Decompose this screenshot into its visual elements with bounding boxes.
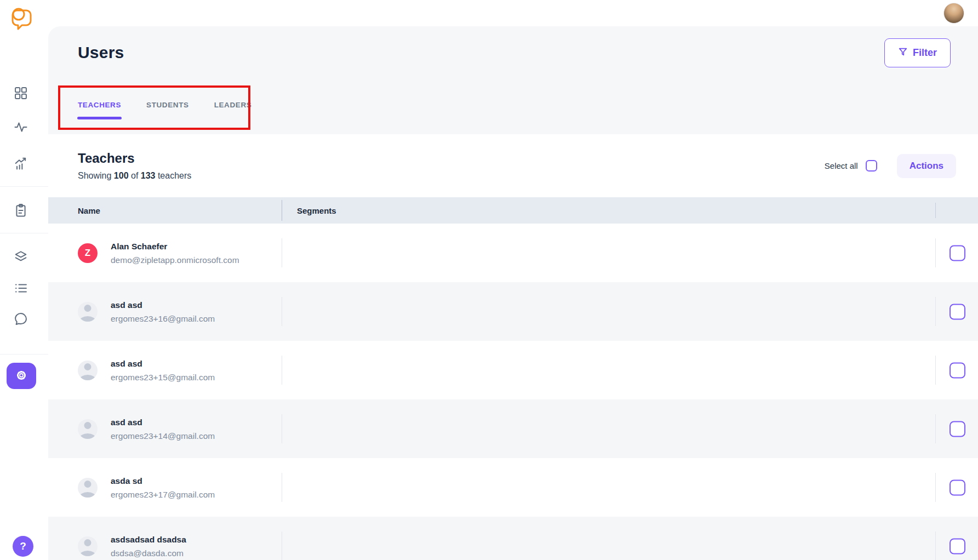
topbar <box>48 0 978 26</box>
filter-button-label: Filter <box>913 47 937 59</box>
table-header: Name Segments <box>48 197 978 224</box>
tab-students[interactable]: STUDENTS <box>146 101 189 109</box>
selection-controls: Select all Actions <box>825 154 956 178</box>
row-checkbox[interactable] <box>950 538 965 554</box>
app-window: ? Users Filter TEACHERS <box>0 0 978 560</box>
column-header-segments: Segments <box>297 206 336 215</box>
user-info: asd asd ergomes23+15@gmail.com <box>111 358 215 382</box>
select-all-checkbox[interactable] <box>866 160 877 172</box>
cell-divider <box>935 473 936 502</box>
row-checkbox[interactable] <box>950 479 965 495</box>
cell-divider <box>282 473 282 502</box>
tab-teachers[interactable]: TEACHERS <box>78 101 121 109</box>
lists-icon[interactable] <box>13 281 28 296</box>
cell-divider <box>935 238 936 267</box>
question-mark-icon: ? <box>20 540 26 552</box>
cell-divider <box>282 414 282 443</box>
page-header: Users Filter <box>48 26 978 79</box>
cell-divider <box>282 532 282 560</box>
avatar-placeholder-icon <box>78 478 98 498</box>
chat-icon[interactable] <box>13 311 28 327</box>
settings-button[interactable] <box>7 363 36 389</box>
help-button[interactable]: ? <box>13 536 33 557</box>
section-title: Teachers <box>78 151 191 166</box>
filter-button[interactable]: Filter <box>884 38 951 67</box>
row-checkbox[interactable] <box>950 304 965 319</box>
sidebar: ? <box>0 0 48 560</box>
table-row[interactable]: asd asd ergomes23+15@gmail.com <box>48 341 978 399</box>
user-email: ergomes23+15@gmail.com <box>111 372 215 382</box>
user-email: ergomes23+14@gmail.com <box>111 431 215 441</box>
avatar-placeholder-icon <box>78 536 98 556</box>
user-name: asd asd <box>111 417 215 427</box>
analytics-icon[interactable] <box>13 156 28 171</box>
assignments-icon[interactable] <box>13 203 28 218</box>
column-header-name: Name <box>78 206 100 215</box>
user-info: asd asd ergomes23+14@gmail.com <box>111 417 215 441</box>
select-all-label: Select all <box>825 161 858 170</box>
cell-divider <box>935 356 936 385</box>
user-name: asd asd <box>111 358 215 368</box>
row-checkbox[interactable] <box>950 245 965 261</box>
avatar: Z <box>78 243 98 263</box>
row-checkbox[interactable] <box>950 421 965 437</box>
avatar-placeholder-icon <box>78 419 98 439</box>
table-row[interactable]: asda sd ergomes23+17@gmail.com <box>48 458 978 517</box>
table-row[interactable]: asd asd ergomes23+16@gmail.com <box>48 282 978 341</box>
ziplet-logo <box>9 5 34 31</box>
main-area: Users Filter TEACHERS STUDENTS LEADERS <box>48 0 978 560</box>
avatar-placeholder-icon <box>78 361 98 380</box>
column-divider <box>282 200 282 221</box>
cell-divider <box>935 532 936 560</box>
user-info: asdsadsad dsadsa dsdsa@dasda.com <box>111 534 186 558</box>
cell-divider <box>282 356 282 385</box>
tab-bar: TEACHERS STUDENTS LEADERS <box>48 79 978 130</box>
cell-divider <box>282 238 282 267</box>
column-divider <box>935 203 936 218</box>
user-email: dsdsa@dasda.com <box>111 548 186 558</box>
activity-icon[interactable] <box>13 119 28 135</box>
user-info: asda sd ergomes23+17@gmail.com <box>111 476 215 499</box>
user-name: asd asd <box>111 300 215 310</box>
content-area: Users Filter TEACHERS STUDENTS LEADERS <box>48 26 978 560</box>
cell-divider <box>282 297 282 326</box>
showing-count-text: Showing 100 of 133 teachers <box>78 171 191 181</box>
cell-divider <box>935 297 936 326</box>
user-name: asda sd <box>111 476 215 485</box>
user-info: Alan Schaefer demo@zipletapp.onmicrosoft… <box>111 241 239 265</box>
user-name: Alan Schaefer <box>111 241 239 251</box>
sidebar-divider <box>0 354 48 355</box>
sidebar-divider <box>0 233 48 233</box>
user-email: ergomes23+17@gmail.com <box>111 489 215 499</box>
user-email: ergomes23+16@gmail.com <box>111 313 215 323</box>
dashboard-icon[interactable] <box>13 85 28 101</box>
user-email: demo@zipletapp.onmicrosoft.com <box>111 255 239 265</box>
table-row[interactable]: Z Alan Schaefer demo@zipletapp.onmicroso… <box>48 224 978 282</box>
table-row[interactable]: asdsadsad dsadsa dsdsa@dasda.com <box>48 517 978 560</box>
row-checkbox[interactable] <box>950 362 965 378</box>
user-avatar[interactable] <box>943 3 964 24</box>
actions-button[interactable]: Actions <box>897 154 956 178</box>
avatar-placeholder-icon <box>78 302 98 322</box>
filter-funnel-icon <box>898 47 908 59</box>
gear-icon <box>15 369 28 384</box>
tab-leaders[interactable]: LEADERS <box>214 101 252 109</box>
cell-divider <box>935 414 936 443</box>
user-info: asd asd ergomes23+16@gmail.com <box>111 300 215 323</box>
layers-icon[interactable] <box>13 249 28 264</box>
user-name: asdsadsad dsadsa <box>111 534 186 544</box>
page-title: Users <box>78 43 124 62</box>
table-row[interactable]: asd asd ergomes23+14@gmail.com <box>48 399 978 458</box>
sidebar-divider <box>0 186 48 187</box>
teachers-section-header: Teachers Showing 100 of 133 teachers Sel… <box>48 134 978 197</box>
teachers-section: Teachers Showing 100 of 133 teachers Sel… <box>48 134 978 560</box>
